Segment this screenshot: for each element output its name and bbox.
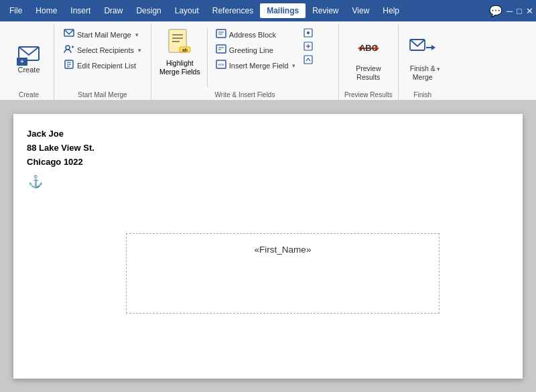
create-button[interactable]: + Create [9,38,48,77]
menu-review[interactable]: Review [306,3,345,18]
write-insert-group-label: Write & Insert Fields [157,90,333,100]
insert-merge-field-icon: «» [216,59,226,72]
field-extra-3-button[interactable] [302,54,314,66]
document-address: Jack Joe 88 Lake View St. Chicago 1022 [27,127,509,169]
field-extra-1-button[interactable] [302,27,314,39]
insert-merge-field-button[interactable]: «» Insert Merge Field ▾ [212,58,300,73]
highlight-merge-fields-button[interactable]: ab HighlightMerge Fields [157,25,203,77]
greeting-line-button[interactable]: Greeting Line [212,42,300,58]
menu-help[interactable]: Help [376,3,406,18]
ribbon-group-write-insert: ab HighlightMerge Fields Address Block [151,24,339,100]
start-mail-merge-label: Start Mail Merge [77,31,131,39]
finish-merge-label: Finish &Merge [410,64,436,81]
greeting-line-icon [216,44,226,56]
start-mail-merge-group-label: Start Mail Merge [60,90,145,100]
minimize-icon[interactable]: ─ [507,6,513,16]
edit-recipient-list-button[interactable]: Edit Recipient List [60,58,145,73]
highlight-merge-fields-label: HighlightMerge Fields [159,59,200,76]
highlight-merge-fields-icon: ab [166,28,193,58]
menu-bar: File Home Insert Draw Design Layout Refe… [0,0,536,21]
create-group-label: Create [9,90,48,100]
svg-point-4 [66,46,70,50]
edit-recipient-list-icon [64,59,74,72]
restore-icon[interactable]: □ [517,6,522,16]
finish-merge-button[interactable]: Finish &Merge ▾ [404,31,442,84]
address-line-3: Chicago 1022 [27,155,509,170]
anchor-icon: ⚓ [28,174,509,189]
menu-home[interactable]: Home [29,3,64,18]
title-bar-icons: 💬 ─ □ ✕ [489,5,533,17]
menu-insert[interactable]: Insert [64,3,97,18]
ribbon-group-create: + Create Create [4,24,54,100]
select-recipients-label: Select Recipients [77,46,134,54]
document-page: Jack Joe 88 Lake View St. Chicago 1022 ⚓… [13,114,523,379]
svg-text:ab: ab [182,48,188,52]
menu-draw[interactable]: Draw [97,3,129,18]
menu-file[interactable]: File [3,3,29,18]
start-mail-merge-icon [64,28,74,41]
select-recipients-button[interactable]: Select Recipients ▾ [60,42,145,58]
start-mail-merge-dropdown: ▾ [135,31,139,38]
field-extra-1-icon [304,28,313,38]
address-line-1: Jack Joe [27,127,509,141]
address-line-2: 88 Lake View St. [27,141,509,155]
svg-marker-38 [431,45,436,50]
select-recipients-dropdown: ▾ [138,47,141,54]
ribbon-group-finish: Finish &Merge ▾ Finish [399,24,447,100]
comment-icon[interactable]: 💬 [489,5,503,17]
field-extra-2-button[interactable] [302,40,314,52]
ribbon: + Create Create Start Mail Merge ▾ [0,21,536,101]
address-block-icon [216,28,226,41]
svg-point-27 [307,31,310,34]
start-mail-merge-button[interactable]: Start Mail Merge ▾ [60,27,145,42]
edit-recipient-list-label: Edit Recipient List [77,62,136,70]
select-recipients-icon [64,44,74,56]
field-extra-3-icon [304,55,313,64]
menu-references[interactable]: References [206,3,260,18]
svg-text:ABC: ABC [359,43,379,53]
svg-text:«»: «» [218,62,224,68]
merge-field-value: «First_Name» [255,245,312,255]
svg-rect-21 [216,45,226,53]
close-icon[interactable]: ✕ [526,6,533,16]
greeting-line-label: Greeting Line [229,46,273,54]
address-block-button[interactable]: Address Block [212,27,300,42]
finish-group-label: Finish [404,90,442,100]
preview-results-button[interactable]: ABC PreviewResults [350,31,387,84]
merge-field-box[interactable]: «First_Name» [126,233,440,314]
create-label: Create [17,66,40,74]
insert-merge-field-dropdown: ▾ [292,62,295,69]
menu-mailings[interactable]: Mailings [260,3,306,18]
svg-rect-31 [304,56,312,64]
ribbon-group-start-mail-merge: Start Mail Merge ▾ Select Recipients ▾ [54,24,151,100]
ribbon-group-preview: ABC PreviewResults Preview Results [339,24,399,100]
preview-results-label: PreviewResults [356,64,381,81]
create-envelope-icon: + [17,42,41,66]
preview-group-label: Preview Results [344,90,393,100]
preview-results-icon: ABC [354,34,383,63]
finish-merge-icon [408,34,438,63]
finish-merge-dropdown: ▾ [437,66,440,72]
svg-text:+: + [20,58,23,65]
field-extra-2-icon [304,42,313,51]
menu-layout[interactable]: Layout [168,3,206,18]
menu-view[interactable]: View [346,3,377,18]
document-area: Jack Joe 88 Lake View St. Chicago 1022 ⚓… [0,101,536,392]
insert-merge-field-label: Insert Merge Field [229,62,289,70]
address-block-label: Address Block [229,31,276,39]
svg-rect-18 [216,29,226,38]
menu-design[interactable]: Design [129,3,168,18]
